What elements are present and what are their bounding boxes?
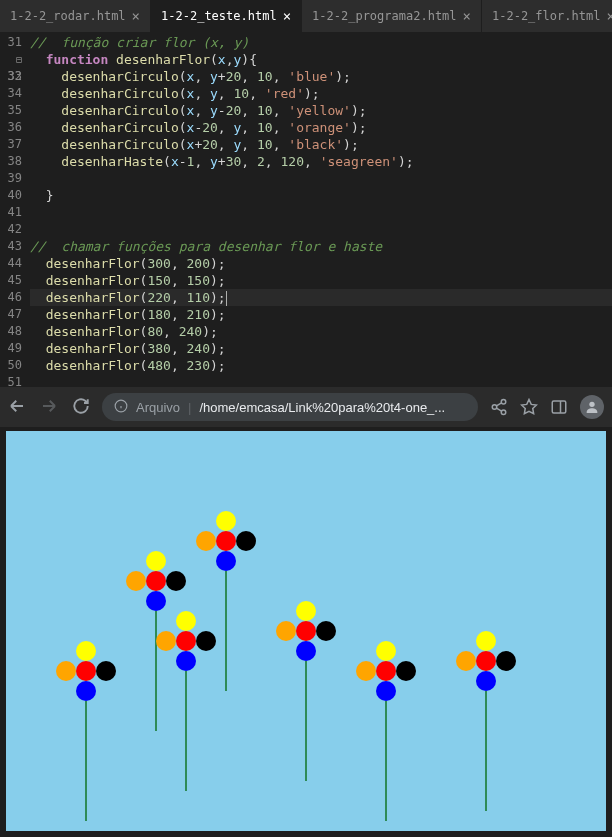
panel-icon[interactable] <box>550 398 568 416</box>
close-icon[interactable]: × <box>132 8 140 24</box>
code-line[interactable]: desenharFlor(150, 150); <box>30 272 612 289</box>
flower-petal <box>196 631 216 651</box>
editor-tab[interactable]: 1-2-2_rodar.html× <box>0 0 151 32</box>
code-line[interactable]: // função criar flor (x, y) <box>30 34 612 51</box>
code-line[interactable]: desenharCirculo(x+20, y, 10, 'black'); <box>30 136 612 153</box>
line-number: 37 <box>0 136 22 153</box>
flower-stem <box>85 701 87 821</box>
flower-petal <box>146 571 166 591</box>
close-icon[interactable]: × <box>463 8 471 24</box>
browser-toolbar: Arquivo | /home/emcasa/Link%20para%20t4-… <box>0 387 612 427</box>
code-line[interactable]: desenharFlor(300, 200); <box>30 255 612 272</box>
flower-petal <box>146 551 166 571</box>
code-line[interactable]: // chamar funções para desenhar flor e h… <box>30 238 612 255</box>
flower-petal <box>216 531 236 551</box>
code-editor[interactable]: 31⊟3233343536373839404142434445464748495… <box>0 32 612 387</box>
flower-petal <box>476 671 496 691</box>
flower-canvas <box>6 431 606 831</box>
flower-petal <box>196 531 216 551</box>
url-path: /home/emcasa/Link%20para%20t4-one_... <box>199 400 445 415</box>
line-number: ⊟32 <box>0 51 22 68</box>
tab-label: 1-2-2_flor.html <box>492 9 600 23</box>
reload-icon[interactable] <box>72 397 90 418</box>
editor-tab[interactable]: 1-2-2_teste.html× <box>151 0 302 32</box>
flower-petal <box>96 661 116 681</box>
line-number: 31 <box>0 34 22 51</box>
svg-point-1 <box>501 400 506 405</box>
line-number: 39 <box>0 170 22 187</box>
code-line[interactable]: desenharFlor(180, 210); <box>30 306 612 323</box>
bookmark-star-icon[interactable] <box>520 398 538 416</box>
code-line[interactable] <box>30 221 612 238</box>
line-number: 48 <box>0 323 22 340</box>
code-content[interactable]: // função criar flor (x, y) function des… <box>30 32 612 387</box>
back-icon[interactable] <box>8 397 26 418</box>
flower-petal <box>216 551 236 571</box>
line-number: 51 <box>0 374 22 391</box>
rendered-page-area <box>0 427 612 831</box>
line-number: 50 <box>0 357 22 374</box>
code-line[interactable]: function desenharFlor(x,y){ <box>30 51 612 68</box>
code-line[interactable]: } <box>30 187 612 204</box>
svg-rect-5 <box>552 401 566 413</box>
line-number: 40 <box>0 187 22 204</box>
code-line[interactable]: desenharFlor(380, 240); <box>30 340 612 357</box>
line-number: 46 <box>0 289 22 306</box>
line-number: 41 <box>0 204 22 221</box>
code-line[interactable]: desenharCirculo(x, y-20, 10, 'yellow'); <box>30 102 612 119</box>
close-icon[interactable]: × <box>606 8 612 24</box>
flower-petal <box>276 621 296 641</box>
tab-label: 1-2-2_teste.html <box>161 9 277 23</box>
flower-petal <box>236 531 256 551</box>
flower-petal <box>76 681 96 701</box>
line-number: 42 <box>0 221 22 238</box>
line-number: 38 <box>0 153 22 170</box>
flower-petal <box>156 631 176 651</box>
code-line[interactable]: desenharHaste(x-1, y+30, 2, 120, 'seagre… <box>30 153 612 170</box>
code-line[interactable] <box>30 170 612 187</box>
code-line[interactable]: desenharCirculo(x, y+20, 10, 'blue'); <box>30 68 612 85</box>
line-number: 33 <box>0 68 22 85</box>
line-gutter: 31⊟3233343536373839404142434445464748495… <box>0 32 30 387</box>
flower-petal <box>166 571 186 591</box>
flower-petal <box>316 621 336 641</box>
flower-petal <box>176 611 196 631</box>
flower-petal <box>146 591 166 611</box>
flower-petal <box>476 631 496 651</box>
flower-petal <box>476 651 496 671</box>
editor-tab[interactable]: 1-2-2_flor.html× <box>482 0 612 32</box>
flower-stem <box>225 571 227 691</box>
flower-petal <box>376 641 396 661</box>
code-line[interactable] <box>30 204 612 221</box>
code-line[interactable] <box>30 374 612 391</box>
flower-stem <box>385 701 387 821</box>
forward-icon[interactable] <box>40 397 58 418</box>
line-number: 44 <box>0 255 22 272</box>
flower-stem <box>305 661 307 781</box>
svg-point-6 <box>589 402 594 407</box>
code-line[interactable]: desenharFlor(80, 240); <box>30 323 612 340</box>
close-icon[interactable]: × <box>283 8 291 24</box>
editor-tab[interactable]: 1-2-2_programa2.html× <box>302 0 482 32</box>
line-number: 35 <box>0 102 22 119</box>
flower-petal <box>456 651 476 671</box>
svg-point-3 <box>501 410 506 415</box>
code-line[interactable]: desenharFlor(480, 230); <box>30 357 612 374</box>
code-line[interactable]: desenharCirculo(x-20, y, 10, 'orange'); <box>30 119 612 136</box>
info-icon[interactable] <box>114 399 128 416</box>
flower-petal <box>296 621 316 641</box>
tab-label: 1-2-2_programa2.html <box>312 9 457 23</box>
flower-petal <box>76 641 96 661</box>
code-line[interactable]: desenharCirculo(x, y, 10, 'red'); <box>30 85 612 102</box>
url-scheme-label: Arquivo <box>136 400 180 415</box>
flower-petal <box>496 651 516 671</box>
code-line[interactable]: desenharFlor(220, 110); <box>30 289 612 306</box>
line-number: 34 <box>0 85 22 102</box>
tab-label: 1-2-2_rodar.html <box>10 9 126 23</box>
flower-petal <box>56 661 76 681</box>
url-bar[interactable]: Arquivo | /home/emcasa/Link%20para%20t4-… <box>102 393 478 421</box>
line-number: 43 <box>0 238 22 255</box>
share-icon[interactable] <box>490 398 508 416</box>
profile-avatar-icon[interactable] <box>580 395 604 419</box>
svg-point-2 <box>492 405 497 410</box>
